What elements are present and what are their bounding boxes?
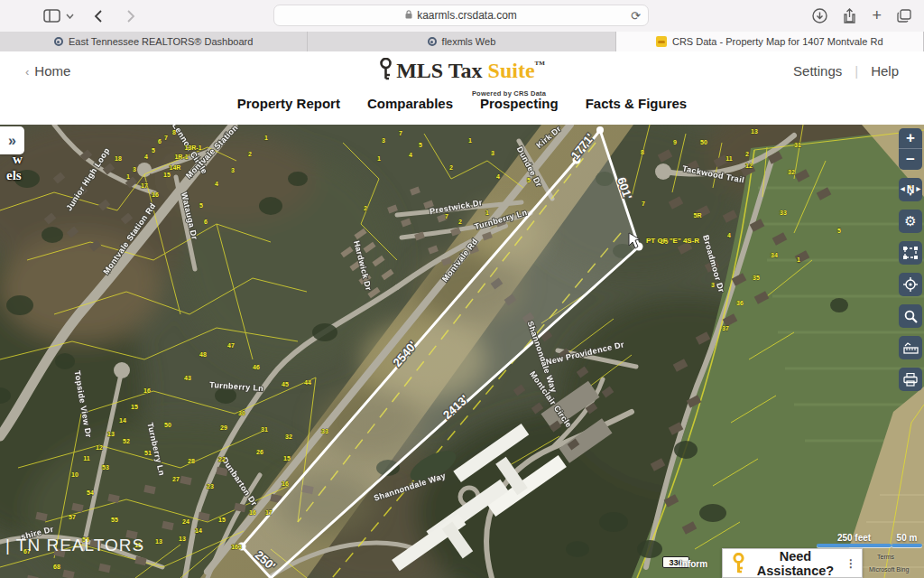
zoom-out-button[interactable]: −	[899, 149, 922, 170]
pnum: 32	[285, 434, 292, 440]
pnum: 13	[179, 536, 186, 542]
property-map[interactable]: Junior High LoopLennox CircleMontvale St…	[0, 125, 924, 578]
aerial-map-canvas[interactable]: Junior High LoopLennox CircleMontvale St…	[0, 125, 924, 578]
pnum: 6	[204, 219, 208, 225]
need-assistance-widget[interactable]: Need Assistance? ⋮	[722, 548, 863, 578]
tab-overview-icon[interactable]	[897, 9, 911, 23]
forward-icon[interactable]	[126, 9, 135, 23]
magnifier-icon	[904, 310, 918, 323]
pnum: 2	[458, 219, 462, 225]
pnum: 37	[722, 325, 729, 331]
pnum: 26	[256, 449, 263, 455]
reload-icon[interactable]: ⟳	[631, 9, 641, 23]
zoom-in-button[interactable]: +	[899, 128, 922, 149]
pnum: 2	[248, 151, 252, 157]
new-tab-icon[interactable]: +	[872, 6, 882, 25]
pnum: 53	[102, 464, 109, 471]
compass-button[interactable]: ▲ N ▼ ◀ ▶	[899, 178, 922, 201]
pnum: 8	[172, 129, 176, 135]
pnum: 1	[264, 135, 268, 141]
pnum: 15	[131, 404, 138, 410]
pnum: 50	[700, 139, 707, 145]
pnum: 5	[152, 147, 155, 154]
scale-feet-label: 250 feet	[817, 533, 892, 543]
tab-crs-property-map[interactable]: CRS Data - Property Map for 1407 Montval…	[616, 32, 924, 51]
pnum: 27	[172, 476, 180, 482]
nav-facts-figures[interactable]: Facts & Figures	[586, 96, 688, 111]
help-link[interactable]: Help	[871, 63, 899, 79]
tab-east-tennessee-dashboard[interactable]: East Tennessee REALTORS® Dashboard	[0, 32, 308, 51]
ruler-icon	[903, 341, 919, 355]
attribution-terms[interactable]: Terms	[877, 554, 894, 560]
app-header: ‹Home MLS Tax SuiteTM Powered by CRS Dat…	[0, 52, 924, 125]
pnum: 14	[195, 527, 202, 534]
pnum: 50	[164, 422, 171, 428]
flexmls-favicon	[428, 37, 437, 46]
kebab-menu-icon[interactable]: ⋮	[845, 557, 856, 570]
pnum: 31	[794, 142, 801, 148]
pnum: 5R	[694, 212, 702, 219]
pnum: 1	[468, 137, 472, 144]
pnum: 14R	[170, 164, 181, 171]
pnum: 3	[133, 166, 136, 172]
flexmls-favicon	[54, 37, 63, 46]
east-arrow-icon: ▶	[916, 187, 920, 191]
dashed-square-icon	[903, 247, 918, 259]
clipped-label-fragment: w	[13, 152, 23, 167]
pnum: 15	[218, 517, 226, 523]
pnum: 7	[642, 200, 645, 207]
tab-label: East Tennessee REALTORS® Dashboard	[69, 36, 253, 47]
header-divider: |	[855, 63, 858, 79]
select-area-button[interactable]	[899, 241, 922, 265]
back-icon[interactable]	[94, 9, 103, 23]
search-button[interactable]	[899, 304, 922, 328]
pnum: 57	[69, 514, 76, 520]
pnum: 17	[141, 182, 148, 189]
share-icon[interactable]	[843, 8, 856, 23]
pnum: 48	[199, 351, 207, 358]
pnum: 51	[144, 450, 152, 456]
scale-meters-label: 50 m	[892, 533, 922, 543]
pnum: 45	[282, 381, 289, 387]
south-arrow-icon: ▼	[908, 192, 913, 196]
pnum: 2	[364, 205, 367, 211]
target-icon	[903, 277, 918, 292]
sidebar-icon[interactable]	[43, 9, 60, 23]
main-nav: Property Report Comparables Prospecting …	[0, 96, 924, 111]
measure-button[interactable]	[899, 336, 922, 359]
pnum: 10	[71, 471, 79, 478]
clipped-label-fragment: els	[6, 168, 22, 183]
pnum: 3	[382, 137, 385, 144]
key-icon	[379, 58, 393, 87]
sidebar-expand-button[interactable]: »	[0, 126, 24, 154]
url-bar[interactable]: kaarmls.crsdata.com ⟳	[273, 5, 649, 26]
chevron-down-icon[interactable]	[66, 14, 74, 19]
gear-icon: ⚙	[904, 213, 916, 229]
pnum: 54	[87, 489, 94, 496]
pnum: 28	[188, 458, 195, 464]
pnum: 15	[163, 172, 171, 178]
pnum: 11	[725, 155, 733, 162]
nav-property-report[interactable]: Property Report	[237, 96, 340, 111]
settings-link[interactable]: Settings	[793, 63, 842, 79]
locate-button[interactable]	[899, 273, 922, 296]
tab-flexmls-web[interactable]: flexmls Web	[308, 32, 615, 51]
attribution-bing: Microsoft Bing	[869, 566, 909, 573]
parcel-vertex[interactable]	[596, 126, 604, 134]
nav-comparables[interactable]: Comparables	[367, 96, 453, 111]
map-controls: + − ▲ N ▼ ◀ ▶ ⚙	[899, 128, 922, 399]
need-assistance-label: Need Assistance?	[753, 549, 838, 578]
pnum: 6	[158, 138, 162, 144]
pnum: 3	[491, 150, 494, 156]
print-button[interactable]	[899, 368, 922, 391]
pnum: 3	[231, 167, 235, 173]
pnum: 12	[745, 163, 753, 169]
nav-prospecting[interactable]: Prospecting	[480, 96, 559, 111]
pnum: 47	[227, 342, 235, 349]
pnum: 5	[199, 202, 203, 209]
downloads-icon[interactable]	[812, 8, 827, 23]
printer-icon	[903, 373, 918, 387]
pnum: 13	[155, 538, 162, 545]
pnum: 7	[399, 130, 402, 136]
map-settings-button[interactable]: ⚙	[899, 210, 922, 233]
